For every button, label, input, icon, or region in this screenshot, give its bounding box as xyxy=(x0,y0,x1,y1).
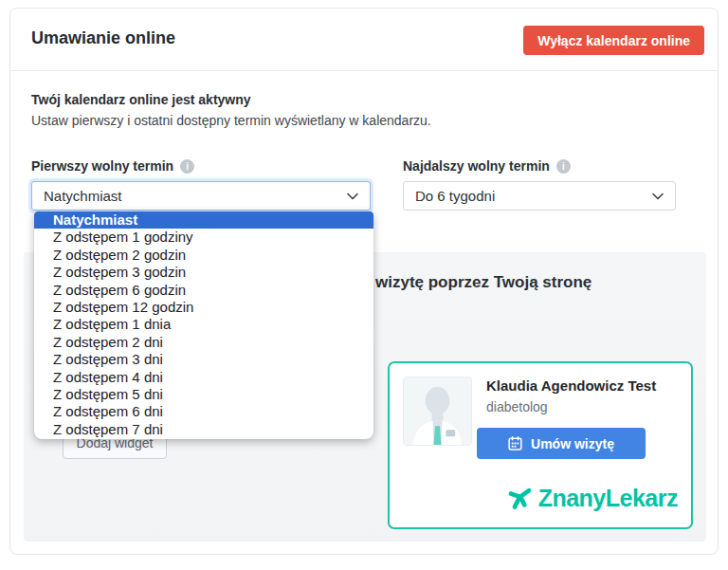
info-icon[interactable]: i xyxy=(556,159,571,174)
doctor-name: Klaudia Agendowicz Test xyxy=(486,377,656,394)
dropdown-option[interactable]: Z odstępem 6 godzin xyxy=(34,282,373,299)
book-visit-label: Umów wizytę xyxy=(531,436,614,451)
first-slot-label: Pierwszy wolny termin i xyxy=(31,158,194,174)
doctor-avatar-illustration xyxy=(404,377,471,445)
znanylekarz-logo-icon xyxy=(506,484,533,512)
online-booking-card: Umawianie online Wyłącz kalendarz online… xyxy=(9,8,719,555)
znanylekarz-logo: ZnanyLekarz xyxy=(506,484,678,512)
dropdown-option[interactable]: Natychmiast xyxy=(34,211,373,229)
dropdown-option[interactable]: Z odstępem 4 dni xyxy=(34,369,373,386)
furthest-slot-select-value: Do 6 tygodni xyxy=(415,188,495,204)
dropdown-option[interactable]: Z odstępem 7 dni xyxy=(34,421,373,438)
disable-online-calendar-button[interactable]: Wyłącz kalendarz online xyxy=(523,26,704,55)
calendar-active-description: Ustaw pierwszy i ostatni dostępny termin… xyxy=(31,113,431,128)
dropdown-option[interactable]: Z odstępem 12 godzin xyxy=(34,299,373,316)
dropdown-option[interactable]: Z odstępem 3 godzin xyxy=(34,264,373,281)
info-icon[interactable]: i xyxy=(180,159,194,174)
furthest-slot-label-text: Najdalszy wolny termin xyxy=(403,158,550,174)
znanylekarz-logo-text: ZnanyLekarz xyxy=(538,485,678,512)
calendar-icon xyxy=(508,436,522,450)
card-header: Umawianie online Wyłącz kalendarz online xyxy=(10,9,718,71)
book-visit-button[interactable]: Umów wizytę xyxy=(477,428,646,459)
furthest-slot-label: Najdalszy wolny termin i xyxy=(403,158,571,174)
dropdown-option[interactable]: Z odstępem 2 godzin xyxy=(34,247,373,264)
dropdown-option[interactable]: Z odstępem 3 dni xyxy=(34,351,373,368)
calendar-active-heading: Twój kalendarz online jest aktywny xyxy=(31,92,251,107)
chevron-down-icon xyxy=(652,193,664,200)
page-title: Umawianie online xyxy=(31,28,175,48)
doctor-avatar xyxy=(403,377,472,446)
dropdown-option[interactable]: Z odstępem 1 dnia xyxy=(34,316,373,333)
doctor-specialty: diabetolog xyxy=(486,399,548,414)
first-slot-label-text: Pierwszy wolny termin xyxy=(31,158,173,174)
dropdown-option[interactable]: Z odstępem 6 dni xyxy=(34,403,373,420)
first-slot-select[interactable]: Natychmiast xyxy=(31,181,371,211)
chevron-down-icon xyxy=(347,193,358,200)
dropdown-option[interactable]: Z odstępem 5 dni xyxy=(34,386,373,403)
dropdown-option[interactable]: Z odstępem 2 dni xyxy=(34,334,373,351)
screen: Umawianie online Wyłącz kalendarz online… xyxy=(0,0,728,570)
furthest-slot-select[interactable]: Do 6 tygodni xyxy=(403,181,676,211)
dropdown-option[interactable]: Z odstępem 1 godziny xyxy=(34,229,373,246)
first-slot-dropdown-list: NatychmiastZ odstępem 1 godzinyZ odstępe… xyxy=(34,211,373,439)
widget-panel-heading: wizytę poprzez Twoją stronę xyxy=(375,273,592,292)
first-slot-select-value: Natychmiast xyxy=(44,188,122,204)
doctor-preview-card: Klaudia Agendowicz Test diabetolog Umów … xyxy=(388,361,693,529)
